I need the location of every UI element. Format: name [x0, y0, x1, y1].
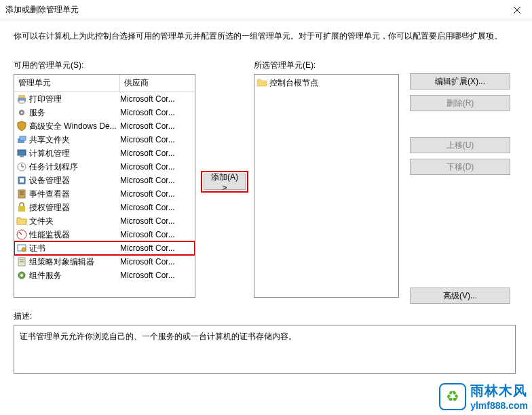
shield-icon	[16, 121, 27, 132]
add-button[interactable]: 添加(A) >	[204, 174, 246, 190]
item-name: 组策略对象编辑器	[29, 256, 120, 268]
watermark-url: ylmf888.com	[470, 400, 528, 411]
component-icon	[16, 270, 27, 281]
list-item[interactable]: 设备管理器Microsoft Cor...	[14, 174, 195, 187]
tree-item-label: 控制台根节点	[269, 77, 318, 89]
svg-rect-8	[20, 136, 26, 140]
list-item[interactable]: 授权管理器Microsoft Cor...	[14, 201, 195, 214]
svg-point-23	[22, 248, 26, 252]
auth-icon	[16, 202, 27, 213]
item-vendor: Microsoft Cor...	[120, 149, 195, 158]
item-name: 服务	[29, 107, 120, 119]
policy-icon	[16, 256, 27, 267]
description-box: 证书管理单元允许你浏览自己的、一个服务的或一台计算机的证书存储内容。	[14, 325, 516, 374]
item-name: 授权管理器	[29, 202, 120, 214]
list-item[interactable]: 组件服务Microsoft Cor...	[14, 269, 195, 282]
add-button-highlight: 添加(A) >	[201, 171, 248, 193]
description-text: 证书管理单元允许你浏览自己的、一个服务的或一台计算机的证书存储内容。	[20, 332, 297, 341]
item-name: 打印管理	[29, 94, 120, 105]
printer-icon	[16, 94, 27, 104]
console-root-node[interactable]: 控制台根节点	[256, 77, 396, 89]
svg-rect-9	[18, 150, 26, 155]
item-name: 组件服务	[29, 270, 120, 281]
instruction-text: 你可以在计算机上为此控制台选择可用的管理单元并配置所选的一组管理单元。对于可扩展…	[14, 30, 518, 42]
item-vendor: Microsoft Cor...	[120, 189, 195, 199]
item-vendor: Microsoft Cor...	[120, 162, 195, 172]
list-item[interactable]: 组策略对象编辑器Microsoft Cor...	[14, 255, 195, 269]
col-header-vendor[interactable]: 供应商	[120, 75, 195, 92]
available-label: 可用的管理单元(S):	[14, 60, 195, 71]
item-vendor: Microsoft Cor...	[120, 108, 195, 117]
item-vendor: Microsoft Cor...	[120, 230, 195, 239]
event-icon	[16, 189, 27, 199]
item-vendor: Microsoft Cor...	[120, 94, 195, 104]
move-up-button[interactable]: 上移(U)	[410, 137, 510, 153]
share-icon	[16, 134, 27, 145]
window-title: 添加或删除管理单元	[5, 4, 79, 16]
list-item[interactable]: 计算机管理Microsoft Cor...	[14, 146, 195, 160]
available-snapins-list[interactable]: 管理单元 供应商 打印管理Microsoft Cor...服务Microsoft…	[14, 74, 195, 298]
list-item[interactable]: 共享文件夹Microsoft Cor...	[14, 133, 195, 146]
item-vendor: Microsoft Cor...	[120, 135, 195, 144]
item-name: 证书	[29, 243, 120, 254]
watermark-cn: 雨林木风	[470, 382, 528, 400]
computer-icon	[16, 148, 27, 159]
perf-icon	[16, 229, 27, 240]
item-name: 任务计划程序	[29, 161, 120, 173]
list-item[interactable]: 事件查看器Microsoft Cor...	[14, 187, 195, 201]
description-label: 描述:	[14, 311, 518, 322]
item-name: 性能监视器	[29, 229, 120, 241]
svg-point-6	[21, 112, 23, 114]
item-name: 设备管理器	[29, 175, 120, 186]
device-icon	[16, 175, 27, 186]
move-down-button[interactable]: 下移(D)	[410, 159, 510, 175]
item-vendor: Microsoft Cor...	[120, 216, 195, 226]
item-vendor: Microsoft Cor...	[120, 121, 195, 131]
close-button[interactable]	[501, 0, 532, 20]
svg-point-28	[20, 274, 23, 277]
cert-icon	[16, 243, 27, 254]
list-item[interactable]: 性能监视器Microsoft Cor...	[14, 228, 195, 241]
edit-extensions-button[interactable]: 编辑扩展(X)...	[410, 73, 510, 90]
item-vendor: Microsoft Cor...	[120, 257, 195, 266]
item-vendor: Microsoft Cor...	[120, 176, 195, 185]
item-name: 高级安全 Windows De...	[29, 121, 120, 132]
gear-icon	[16, 107, 27, 118]
svg-rect-10	[20, 156, 24, 157]
folder-icon	[16, 216, 27, 226]
remove-button[interactable]: 删除(R)	[410, 95, 510, 111]
watermark: ♻ 雨林木风 ylmf888.com	[439, 382, 528, 411]
svg-rect-15	[20, 178, 24, 182]
list-item[interactable]: 高级安全 Windows De...Microsoft Cor...	[14, 119, 195, 133]
list-item[interactable]: 打印管理Microsoft Cor...	[14, 92, 195, 106]
item-name: 共享文件夹	[29, 134, 120, 146]
item-name: 计算机管理	[29, 148, 120, 159]
list-item[interactable]: 证书Microsoft Cor...	[14, 241, 195, 255]
advanced-button[interactable]: 高级(V)...	[410, 288, 510, 304]
item-name: 文件夹	[29, 216, 120, 227]
item-vendor: Microsoft Cor...	[120, 243, 195, 253]
folder-icon	[256, 77, 267, 88]
list-item[interactable]: 文件夹Microsoft Cor...	[14, 214, 195, 228]
list-item[interactable]: 服务Microsoft Cor...	[14, 106, 195, 119]
watermark-logo: ♻	[439, 383, 466, 410]
col-header-name[interactable]: 管理单元	[14, 75, 120, 92]
svg-rect-19	[18, 206, 25, 212]
item-vendor: Microsoft Cor...	[120, 203, 195, 212]
list-item[interactable]: 任务计划程序Microsoft Cor...	[14, 160, 195, 174]
item-name: 事件查看器	[29, 189, 120, 200]
svg-rect-2	[18, 95, 25, 98]
svg-rect-4	[19, 100, 24, 103]
item-vendor: Microsoft Cor...	[120, 271, 195, 280]
selected-label: 所选管理单元(E):	[254, 60, 399, 71]
task-icon	[16, 161, 27, 172]
selected-snapins-tree[interactable]: 控制台根节点	[254, 74, 399, 298]
